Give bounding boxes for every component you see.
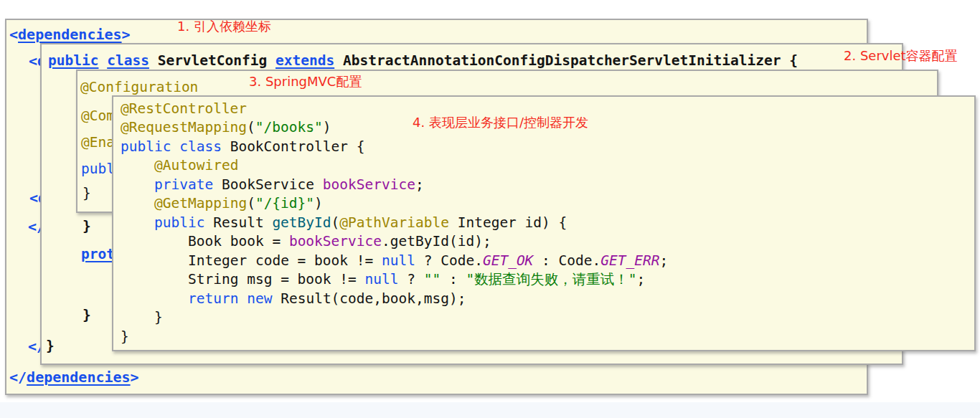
slide-canvas: <dependencies><d<d</</</dependencies> pu… [0,0,980,418]
code-token: new [247,290,272,307]
code-token: public [121,138,171,155]
code-token: : [440,271,466,288]
annotation-step2: 2. Servlet容器配置 [844,49,958,63]
code-token: GET_ERR [600,252,659,269]
code-line: </dependencies> [9,368,139,386]
code-token: "/books" [255,119,323,136]
code-line: } [154,308,163,327]
code-token [238,290,247,307]
code-token: Result(code,book,msg); [272,290,466,307]
code-line: String msg = book != null ? "" : "数据查询失败… [188,270,645,289]
code-token: } [121,328,129,345]
code-token: BookService [213,176,323,193]
code-token: </ [9,369,27,386]
code-token: .getById(id); [382,233,491,250]
code-token: : Code. [533,252,600,269]
code-token: < [9,26,18,43]
code-token: dependencies [27,369,131,386]
code-token: @Autowired [154,157,238,174]
code-token: ? Code. [415,252,483,269]
code-token: > [122,26,131,43]
code-token: publ [81,161,115,177]
code-token: AbstractAnnotationConfigDispatcherServle… [334,52,798,69]
code-line: Book book = bookService.getById(id); [188,232,491,251]
code-token: dependencies [18,26,122,43]
code-token: class [179,138,222,155]
code-token: @Ena [81,134,115,151]
code-token: @Configuration [80,79,198,95]
code-token [98,52,107,69]
code-token: extends [275,52,334,69]
code-token: Integer code = book != [188,252,382,269]
code-token: null [382,252,415,269]
code-line: <dependencies> [9,25,131,44]
code-token: @PathVariable [339,214,449,231]
code-token: } [154,309,163,326]
code-line: } [83,217,91,236]
code-token: null [365,271,399,288]
code-line: Integer code = book != null ? Code.GET_O… [188,252,668,270]
code-token: BookController { [222,138,365,155]
code-token: return [188,290,238,307]
code-token: @GetMapping [154,195,247,212]
code-token: getById [272,214,331,231]
code-line: public class ServletConfig extends Abstr… [48,52,798,70]
code-line: } [83,306,91,325]
code-token: @Com [81,108,115,124]
book-controller-panel: @RestController@RequestMapping("/books")… [112,95,976,351]
code-line: @GetMapping("/{id}") [154,194,323,213]
code-line: } [83,184,91,203]
code-token [171,138,179,155]
annotation-step3: 3. SpringMVC配置 [249,75,362,89]
code-token: ServletConfig [149,52,275,69]
annotation-step1: 1. 引入依赖坐标 [177,19,271,34]
code-token: Integer id) { [449,214,567,231]
code-token: ( [247,119,255,136]
code-token: ; [659,252,668,269]
code-token: public [154,214,204,231]
code-token: GET_OK [483,252,533,269]
code-token: } [46,338,55,354]
code-token: } [83,185,91,201]
code-line: @Ena [81,133,115,152]
code-token: class [107,52,149,69]
code-line: private BookService bookService; [154,176,424,194]
code-line: } [121,328,129,346]
code-line: return new Result(code,book,msg); [188,290,466,308]
footer-strip [0,402,980,418]
code-token: Result [204,214,272,231]
code-line: @RestController [121,100,247,118]
code-token: @RestController [121,100,247,117]
code-token: String msg = book != [188,271,365,288]
code-token: "数据查询失败，请重试！" [466,271,636,288]
code-line: public class BookController { [121,138,365,156]
code-token: public [48,52,98,69]
code-line: @RequestMapping("/books") [121,118,331,137]
code-line: @Autowired [154,156,238,175]
code-token: > [131,369,139,386]
code-token: private [154,176,213,193]
annotation-step4: 4. 表现层业务接口/控制器开发 [413,115,588,130]
code-token: "" [424,271,440,288]
code-token: bookService [323,176,415,193]
code-line: public Result getById(@PathVariable Inte… [154,214,567,232]
code-token: ? [399,271,424,288]
code-token: Book book = [188,233,289,250]
code-token: } [83,218,91,234]
code-token: bookService [289,233,382,250]
code-line: @Configuration [80,78,198,97]
code-token: ( [331,214,340,231]
code-token: } [83,307,91,323]
code-token: @RequestMapping [121,119,247,136]
code-token: ) [314,195,323,212]
code-line: @Com [81,107,115,125]
code-line: publ [81,160,115,179]
code-token: ) [323,119,331,136]
code-token: "/{id}" [255,195,314,212]
code-token: ; [636,271,645,288]
code-line: } [46,337,55,356]
code-token: ( [247,195,255,212]
code-token: ; [415,176,424,193]
